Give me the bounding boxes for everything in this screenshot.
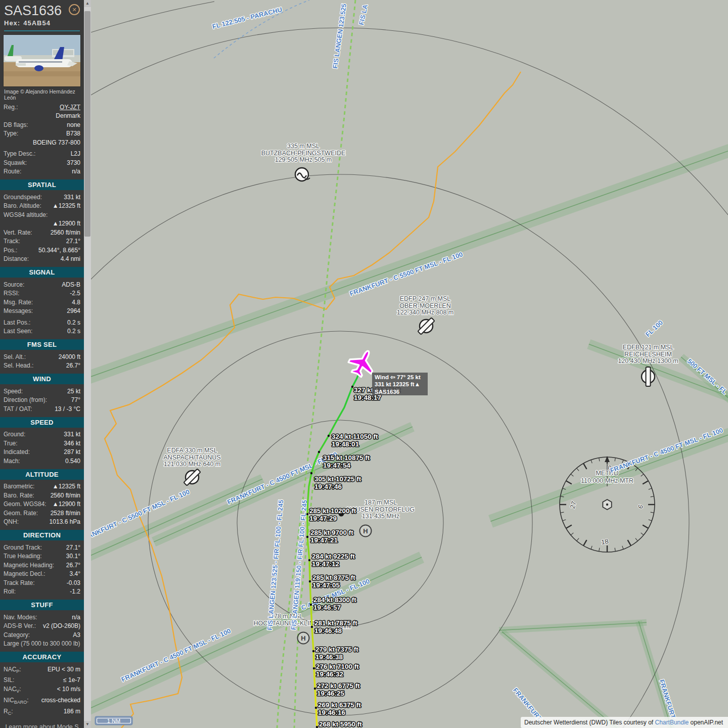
trail-label: 324 kt 11050 ft (332, 433, 378, 440)
row-value: A3 (73, 631, 80, 639)
navaid-label: 335 m MSL (287, 143, 320, 150)
data-row: Track:27.1° (0, 237, 84, 246)
row-value: Denmark (56, 112, 80, 120)
row-value: 3.4° (70, 570, 80, 578)
tooltip-wind: Wind ⇦ 77° 25 kt (375, 374, 421, 380)
data-row: Source:ADS-B (0, 280, 84, 289)
trail-label: 284 kt 8300 ft (313, 596, 356, 604)
map[interactable]: 027618METRO110.000 MHz MTR335 m MSLBUTZB… (91, 0, 728, 728)
row-label: Direction (from): (4, 396, 47, 404)
row-value: 26.7° (66, 562, 80, 569)
trail-label-time: 19:46:48 (314, 627, 342, 634)
data-row: Vert. Rate:2560 ft/min (0, 228, 84, 237)
map-canvas[interactable]: 027618METRO110.000 MHz MTR335 m MSLBUTZB… (91, 0, 728, 728)
row-label: Magnetic Heading: (4, 562, 54, 569)
data-row: NACV:< 10 m/s (0, 685, 84, 696)
row-label: Ground Track: (4, 544, 42, 552)
row-label: Indicated: (4, 448, 30, 456)
tooltip-callsign: SAS1636 (375, 389, 399, 395)
row-value: n/a (72, 614, 80, 621)
close-icon[interactable]: ✕ (69, 4, 80, 15)
section-header-wind: WIND (0, 374, 84, 384)
section-header-spatial: SPATIAL (0, 179, 84, 190)
airspace-label: FRANKFURT - C 4500 FT MSL - FL 100 (609, 426, 724, 474)
navaid-label: BUTZBACH-PFINGSTWEIDE (261, 150, 346, 157)
data-row: True:346 kt (0, 439, 84, 448)
vor-frequency: 110.000 MHz MTR (581, 477, 633, 484)
registration-link[interactable]: OY-JZT (60, 104, 80, 111)
airspace-band (499, 619, 647, 633)
row-value: ▲12325 ft (53, 202, 80, 210)
row-label: Nav. Modes: (4, 614, 37, 621)
airfield-icon: EDFP 247 m MSLOBER-MOERLEN122.340 MHz 80… (397, 295, 454, 335)
row-value: 346 kt (64, 440, 80, 447)
trail-label: 285 kt 8775 ft (312, 574, 355, 581)
data-row: Nav. Modes:n/a (0, 613, 84, 622)
row-label: NICBARO: (4, 697, 29, 706)
data-row: DB flags:none (0, 120, 84, 129)
row-value: v2 (DO-260B) (43, 622, 80, 630)
navaid-label: 121.030 MHz 640 m (164, 461, 221, 468)
fir-label: FIS LANGEN 123.525 - FIR FL 100 - FL 245 (266, 499, 285, 630)
row-label: Reg.: (4, 104, 18, 111)
fir-label: FIS LA (357, 4, 369, 26)
navaid-label: HOCHTAUNUS-KLINIK (253, 620, 320, 627)
sidebar-scrollbar[interactable]: ▲ ▼ (84, 0, 91, 728)
data-row: Geom. Rate:2528 ft/min (0, 509, 84, 518)
data-row: Groundspeed:331 kt (0, 193, 84, 202)
data-row: Type:B738 (0, 129, 84, 139)
data-sections: SPATIALGroundspeed:331 ktBaro. Altitude:… (0, 179, 84, 718)
data-row: Roll:-1.2 (0, 587, 84, 597)
row-value: 77° (71, 396, 80, 404)
trail-label-time: 19:47:12 (312, 560, 339, 568)
row-value: cross-checked (41, 697, 80, 706)
navaid-label: OBER-MOERLEN (399, 302, 450, 309)
row-value: 2560 ft/min (51, 492, 80, 499)
row-label: Sel. Head.: (4, 362, 33, 370)
scroll-up-icon[interactable]: ▲ (84, 0, 91, 7)
flight-trail: 327 kt 11925 ft19:48:17324 kt 11050 ft19… (306, 365, 400, 728)
hex-label: Hex: (4, 19, 20, 27)
data-row: Last Seen:0.2 s (0, 327, 84, 336)
row-label: Groundspeed: (4, 194, 42, 201)
row-label: DB flags: (4, 121, 28, 129)
row-label: Ground: (4, 431, 25, 438)
row-label: Source: (4, 281, 24, 289)
data-row: Denmark (0, 112, 84, 121)
data-row: NICBARO:cross-checked (0, 696, 84, 707)
trail-label: 272 kt 6775 ft (317, 682, 360, 690)
data-row: Sel. Head.:26.7° (0, 361, 84, 371)
data-row: Track Rate:-0.03 (0, 578, 84, 587)
navaid-label: ANSPACH/TAUNUS (163, 454, 220, 461)
navaid-label: 120.430 MHz 1300 m (618, 357, 678, 365)
row-value: B738 (66, 130, 80, 138)
data-row: Msg. Rate:4.8 (0, 298, 84, 307)
data-row: Indicated:287 kt (0, 448, 84, 457)
data-row: Messages:2964 (0, 307, 84, 316)
data-row: WGS84 altitude: (0, 210, 84, 219)
section-header-altitude: ALTITUDE (0, 469, 84, 480)
vor-rose-label: 18 (601, 537, 609, 546)
hex-value: 45AB54 (23, 19, 51, 27)
scrollbar-thumb[interactable] (84, 11, 90, 237)
data-row: Direction (from):77° (0, 396, 84, 405)
trail-label-time: 19:47:46 (314, 483, 342, 490)
row-label: Speed: (4, 388, 23, 395)
trail-label-time: 19:46:32 (316, 670, 343, 678)
row-value: n/a (72, 168, 80, 175)
row-label: WGS84 altitude: (4, 211, 48, 219)
row-label: Last Seen: (4, 328, 32, 335)
chartbundle-link[interactable]: ChartBundle (655, 719, 689, 726)
scroll-down-icon[interactable]: ▼ (84, 721, 91, 728)
flight-tracker-app: { "colors":{ "sidebar_bg":"#3a3a3a","hea… (0, 0, 728, 728)
navaid-label: REICHELSHEIM (624, 351, 672, 358)
row-value: 331 kt (64, 194, 80, 201)
data-row: Baro. Altitude:▲12325 ft (0, 202, 84, 211)
data-row: TAT / OAT:13 / -3 °C (0, 404, 84, 414)
row-value: -2.5 (70, 290, 80, 297)
row-value: 186 m (64, 708, 80, 717)
section-header-signal: SIGNAL (0, 267, 84, 278)
row-label: Last Pos.: (4, 319, 30, 327)
row-label: Magnetic Decl.: (4, 570, 46, 578)
row-value: 287 kt (64, 448, 80, 456)
